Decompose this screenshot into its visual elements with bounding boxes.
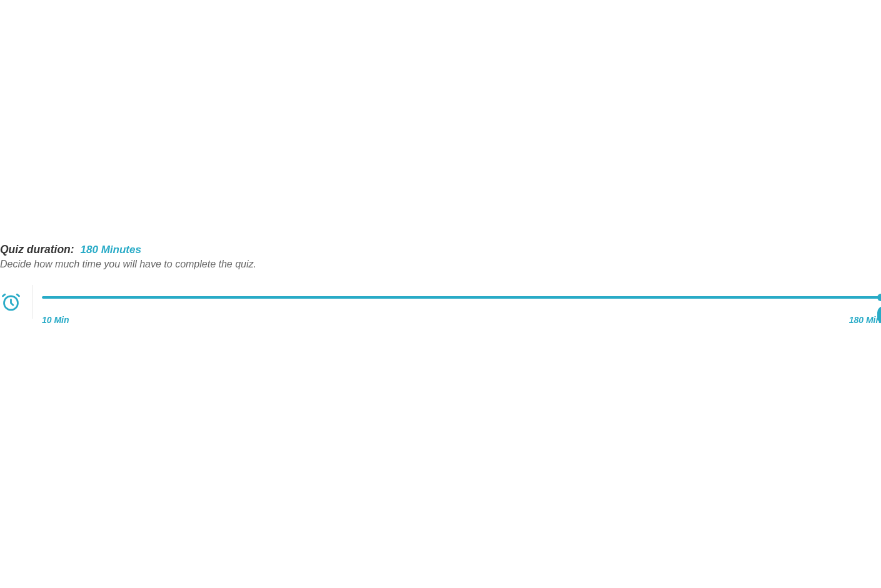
duration-slider-handle[interactable] (877, 294, 881, 301)
quiz-duration-section: Quiz duration: 180 Minutes Decide how mu… (0, 243, 881, 325)
duration-slider-area: 10 Min 180 Min (42, 291, 881, 325)
duration-header: Quiz duration: 180 Minutes (0, 243, 881, 256)
vertical-divider (33, 285, 33, 319)
duration-value: 180 Minutes (81, 244, 141, 256)
duration-slider[interactable] (42, 296, 881, 299)
slider-max-label: 180 Min (849, 315, 881, 325)
duration-slider-row: 10 Min 180 Min (0, 291, 881, 325)
slider-labels: 10 Min 180 Min (42, 315, 881, 325)
duration-label: Quiz duration: (0, 243, 74, 256)
duration-description: Decide how much time you will have to co… (0, 259, 881, 270)
clock-icon (0, 291, 21, 312)
slider-min-label: 10 Min (42, 315, 69, 325)
